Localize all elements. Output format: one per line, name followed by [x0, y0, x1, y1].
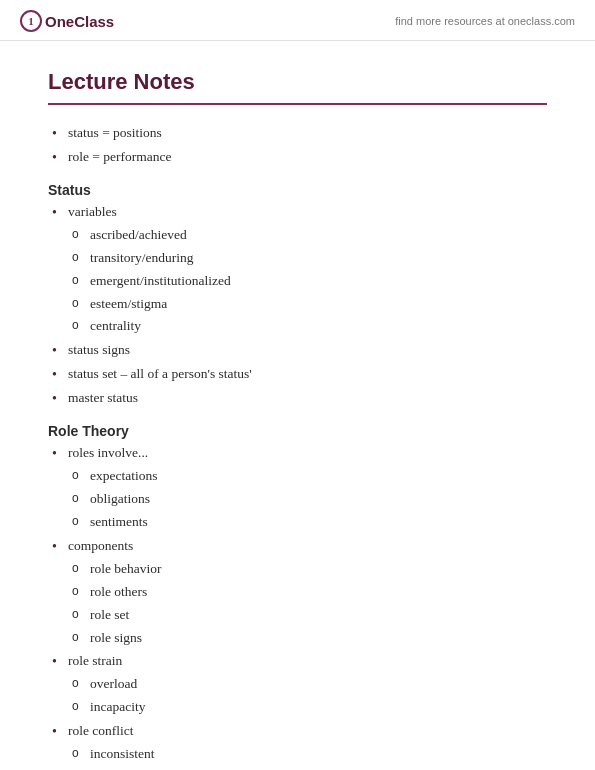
header-logo: 1 OneClass — [20, 10, 114, 32]
list-item: sentiments — [68, 512, 547, 533]
header-tagline: find more resources at oneclass.com — [395, 15, 575, 27]
list-item: role set — [68, 605, 547, 626]
list-item: status set – all of a person's status' — [48, 364, 547, 385]
list-item: master status — [48, 388, 547, 409]
roles-involve-sub-list: expectations obligations sentiments — [68, 466, 547, 533]
list-item: role conflict inconsistent unclear — [48, 721, 547, 770]
list-item: components role behavior role others rol… — [48, 536, 547, 649]
components-sub-list: role behavior role others role set role … — [68, 559, 547, 649]
list-item: ascribed/achieved — [68, 225, 547, 246]
list-item: transitory/enduring — [68, 248, 547, 269]
oneclass-logo-icon: 1 — [20, 10, 42, 32]
page-header: 1 OneClass find more resources at onecla… — [0, 0, 595, 41]
list-item: role behavior — [68, 559, 547, 580]
role-strain-sub-list: overload incapacity — [68, 674, 547, 718]
role-theory-list: roles involve... expectations obligation… — [48, 443, 547, 770]
list-item: emergent/institutionalized — [68, 271, 547, 292]
list-item: role signs — [68, 628, 547, 649]
list-item: role strain overload incapacity — [48, 651, 547, 718]
svg-text:1: 1 — [28, 15, 34, 27]
list-item: incapacity — [68, 697, 547, 718]
role-theory-section-label: Role Theory — [48, 423, 547, 439]
list-item: centrality — [68, 316, 547, 337]
list-item: status signs — [48, 340, 547, 361]
page-title: Lecture Notes — [48, 69, 547, 95]
header-logo-text: OneClass — [45, 13, 114, 30]
list-item: expectations — [68, 466, 547, 487]
list-item: inconsistent — [68, 744, 547, 765]
list-item: status = positions — [48, 123, 547, 144]
list-item: variables ascribed/achieved transitory/e… — [48, 202, 547, 338]
title-divider — [48, 103, 547, 105]
role-conflict-sub-list: inconsistent unclear — [68, 744, 547, 770]
top-bullets-list: status = positions role = performance — [48, 123, 547, 168]
list-item: obligations — [68, 489, 547, 510]
list-item: role = performance — [48, 147, 547, 168]
variables-sub-list: ascribed/achieved transitory/enduring em… — [68, 225, 547, 338]
list-item: overload — [68, 674, 547, 695]
status-list: variables ascribed/achieved transitory/e… — [48, 202, 547, 409]
list-item: esteem/stigma — [68, 294, 547, 315]
main-content: Lecture Notes status = positions role = … — [0, 41, 595, 770]
status-section-label: Status — [48, 182, 547, 198]
list-item: role others — [68, 582, 547, 603]
list-item: roles involve... expectations obligation… — [48, 443, 547, 533]
